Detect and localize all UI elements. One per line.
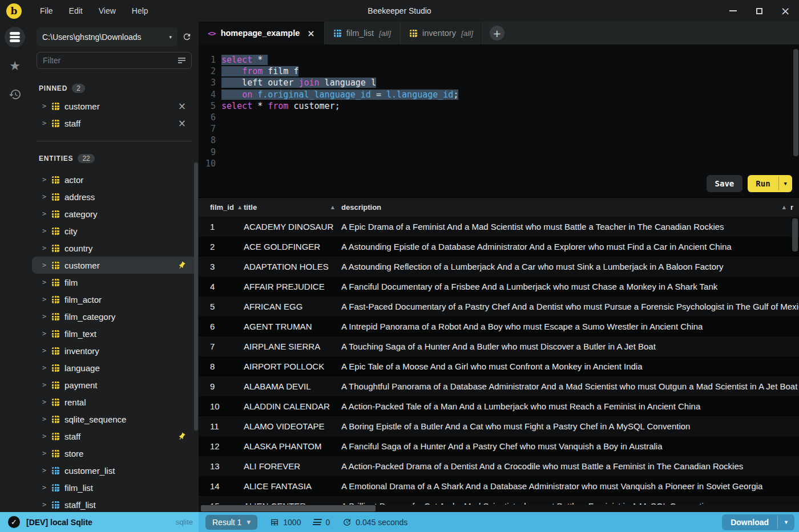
chevron-right-icon[interactable]: > [42, 484, 47, 492]
cell-title[interactable]: ALADDIN CALENDAR [244, 401, 341, 411]
table-row[interactable]: 1ACADEMY DINOSAURA Epic Drama of a Femin… [199, 217, 799, 237]
table-row[interactable]: 2ACE GOLDFINGERA Astounding Epistle of a… [199, 237, 799, 257]
cell-film_id[interactable]: 11 [199, 421, 244, 431]
chevron-right-icon[interactable]: > [42, 102, 47, 110]
sql-editor[interactable]: 1select * 2 from film f3 left outer join… [199, 44, 799, 197]
editor-scrollbar[interactable] [793, 49, 798, 156]
cell-film_id[interactable]: 7 [199, 342, 244, 351]
table-row[interactable]: 14ALICE FANTASIAA Emotional Drama of a A… [199, 476, 799, 496]
table-row[interactable]: 9ALABAMA DEVILA Thoughtful Panorama of a… [199, 376, 799, 396]
cell-description[interactable]: A Fast-Paced Documentary of a Pastry Che… [341, 302, 799, 311]
cell-title[interactable]: ALASKA PHANTOM [244, 441, 341, 451]
cell-description[interactable]: A Emotional Drama of a A Shark And a Dat… [341, 481, 799, 491]
cell-film_id[interactable]: 13 [199, 461, 244, 471]
pin-icon[interactable] [177, 261, 191, 270]
new-tab-button[interactable]: + [490, 26, 505, 40]
entity-item-customer_list[interactable]: >customer_list [32, 462, 196, 479]
cell-title[interactable]: ACE GOLDFINGER [244, 242, 341, 251]
cell-film_id[interactable]: 10 [199, 401, 244, 411]
minimize-icon[interactable] [728, 6, 737, 15]
cell-description[interactable]: A Fanciful Saga of a Hunter And a Pastry… [341, 441, 799, 451]
chevron-right-icon[interactable]: > [42, 295, 47, 303]
entity-item-category[interactable]: >category [32, 205, 196, 222]
entity-item-staff[interactable]: >staff [32, 428, 196, 445]
cell-description[interactable]: A Action-Packed Drama of a Dentist And a… [341, 461, 799, 471]
cell-description[interactable]: A Astounding Reflection of a Lumberjack … [341, 262, 799, 271]
cell-title[interactable]: ACADEMY DINOSAUR [244, 222, 341, 232]
entity-item-city[interactable]: >city [32, 222, 196, 239]
download-button[interactable]: Download ▼ [722, 514, 794, 530]
close-icon[interactable]: × [781, 6, 790, 15]
cell-film_id[interactable]: 5 [199, 302, 244, 311]
chevron-right-icon[interactable]: > [42, 312, 47, 320]
history-button[interactable] [5, 85, 25, 105]
download-label[interactable]: Download [722, 514, 777, 530]
cell-film_id[interactable]: 4 [199, 282, 244, 291]
table-row[interactable]: 3ADAPTATION HOLESA Astounding Reflection… [199, 257, 799, 277]
cell-description[interactable]: A Intrepid Panorama of a Robot And a Boy… [341, 322, 799, 331]
cell-description[interactable]: A Astounding Epistle of a Database Admin… [341, 242, 799, 251]
cell-film_id[interactable]: 8 [199, 362, 244, 371]
chevron-right-icon[interactable]: > [42, 347, 47, 355]
result-selector[interactable]: Result 1 ▼ [205, 515, 257, 530]
chevron-right-icon[interactable]: > [42, 398, 47, 406]
menu-file[interactable]: File [32, 0, 61, 22]
entity-item-film_category[interactable]: >film_category [32, 308, 196, 325]
cell-film_id[interactable]: 9 [199, 381, 244, 391]
close-tab-icon[interactable]: × [307, 28, 314, 39]
run-dropdown-icon[interactable]: ▼ [778, 177, 792, 190]
cell-film_id[interactable]: 6 [199, 322, 244, 331]
chevron-right-icon[interactable]: > [42, 278, 47, 286]
pinned-item-staff[interactable]: >staff× [32, 115, 196, 132]
entity-item-country[interactable]: >country [32, 239, 196, 257]
entity-item-film[interactable]: >film [32, 274, 196, 291]
table-row[interactable]: 7AIRPLANE SIERRAA Touching Saga of a Hun… [199, 336, 799, 356]
run-button[interactable]: Run ▼ [748, 175, 792, 192]
cell-title[interactable]: ADAPTATION HOLES [244, 262, 341, 271]
unpin-icon[interactable]: × [178, 100, 186, 112]
pin-icon[interactable] [177, 432, 191, 441]
tab-inventory[interactable]: inventory[all] [401, 22, 483, 44]
chevron-right-icon[interactable]: > [42, 449, 47, 457]
cell-title[interactable]: ALICE FANTASIA [244, 481, 341, 491]
chevron-right-icon[interactable]: > [42, 432, 47, 440]
chevron-right-icon[interactable]: > [42, 193, 47, 201]
entity-item-store[interactable]: >store [32, 445, 196, 462]
database-tab-button[interactable] [5, 27, 25, 47]
chevron-right-icon[interactable]: > [42, 415, 47, 423]
menu-view[interactable]: View [91, 0, 124, 22]
entity-item-customer[interactable]: >customer [32, 257, 196, 274]
table-row[interactable]: 8AIRPORT POLLOCKA Epic Tale of a Moose A… [199, 356, 799, 376]
entity-item-payment[interactable]: >payment [32, 376, 196, 393]
column-header-partial[interactable]: r [790, 203, 799, 212]
sidebar-scrollbar[interactable] [194, 163, 198, 431]
chevron-right-icon[interactable]: > [42, 261, 47, 269]
table-vertical-scrollbar[interactable] [792, 218, 798, 251]
save-button[interactable]: Save [707, 175, 743, 192]
table-row[interactable]: 4AFFAIR PREJUDICEA Fanciful Documentary … [199, 277, 799, 297]
cell-film_id[interactable]: 12 [199, 441, 244, 451]
cell-film_id[interactable]: 14 [199, 481, 244, 491]
table-row[interactable]: 10ALADDIN CALENDARA Action-Packed Tale o… [199, 396, 799, 416]
cell-title[interactable]: AGENT TRUMAN [244, 322, 341, 331]
table-horizontal-scrollbar[interactable] [201, 505, 376, 511]
cell-film_id[interactable]: 2 [199, 242, 244, 251]
chevron-right-icon[interactable]: > [42, 176, 47, 184]
cell-description[interactable]: A Action-Packed Tale of a Man And a Lumb… [341, 401, 799, 411]
entity-item-sqlite_sequence[interactable]: >sqlite_sequence [32, 411, 196, 428]
unpin-icon[interactable]: × [178, 117, 186, 129]
tab-homepage_example[interactable]: <>homepage_example× [199, 22, 325, 44]
table-row[interactable]: 5AFRICAN EGGA Fast-Paced Documentary of … [199, 297, 799, 316]
cell-title[interactable]: ALI FOREVER [244, 461, 341, 471]
cell-description[interactable]: A Boring Epistle of a Butler And a Cat w… [341, 421, 799, 431]
cell-title[interactable]: AIRPLANE SIERRA [244, 342, 341, 351]
connection-dropdown[interactable]: C:\Users\ghstng\Downloads ▾ [37, 27, 177, 46]
table-row[interactable]: 15ALIEN CENTERA Brilliant Drama of a Cat… [199, 496, 799, 505]
cell-description[interactable]: A Thoughtful Panorama of a Database Admi… [341, 381, 799, 391]
cell-film_id[interactable]: 3 [199, 262, 244, 271]
connection-status[interactable]: ✓ [DEV] local Sqlite sqlite [0, 512, 199, 532]
entity-item-inventory[interactable]: >inventory [32, 342, 196, 359]
favorites-button[interactable]: ★ [5, 56, 25, 76]
cell-title[interactable]: AFRICAN EGG [244, 302, 341, 311]
table-row[interactable]: 6AGENT TRUMANA Intrepid Panorama of a Ro… [199, 316, 799, 336]
